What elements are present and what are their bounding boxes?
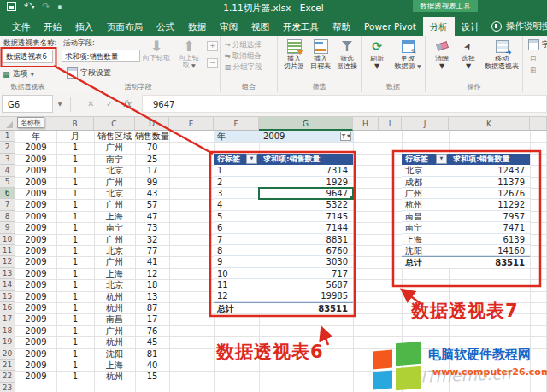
- cell[interactable]: 1: [56, 245, 94, 256]
- cell[interactable]: 上海: [94, 268, 135, 279]
- cell[interactable]: 广州: [94, 199, 135, 210]
- cell[interactable]: 73: [135, 222, 169, 233]
- cell[interactable]: 2009: [15, 325, 56, 336]
- pivot6-value[interactable]: 1929: [259, 177, 353, 188]
- pivot6-header-values[interactable]: 求和项:销售数量: [259, 154, 353, 165]
- cell[interactable]: 2009: [15, 245, 56, 256]
- filter-connections-button[interactable]: 筛选 器连接: [334, 38, 360, 70]
- site-url[interactable]: www.computer26.com: [432, 366, 547, 377]
- cell[interactable]: 1: [56, 302, 94, 313]
- pivot6-value[interactable]: 7144: [259, 222, 353, 233]
- pivot6-label[interactable]: 3: [214, 188, 259, 199]
- cell[interactable]: 2009: [15, 279, 56, 290]
- tab-开发工具[interactable]: 开发工具: [276, 17, 326, 36]
- customize-qat-icon[interactable]: ▪: [57, 3, 62, 10]
- cell[interactable]: 18: [135, 279, 169, 290]
- cell[interactable]: 77: [135, 245, 169, 256]
- row-header-9[interactable]: 9: [0, 222, 15, 233]
- cell[interactable]: 广州: [94, 142, 135, 153]
- cell[interactable]: 2009: [15, 336, 56, 348]
- pivot6-label[interactable]: 5: [214, 211, 259, 222]
- cell[interactable]: 2009: [15, 222, 56, 233]
- row-header-5[interactable]: 5: [0, 177, 15, 188]
- pivot6-label[interactable]: 4: [214, 199, 259, 210]
- cell[interactable]: 杭州: [94, 371, 135, 382]
- tab-视图[interactable]: 视图: [244, 17, 276, 36]
- pivot6-value[interactable]: 19985: [259, 290, 353, 301]
- cell[interactable]: 87: [135, 302, 169, 313]
- change-data-source-button[interactable]: 更改 数据源 ▼: [391, 38, 425, 70]
- cell[interactable]: 杭州: [94, 302, 135, 313]
- pivot6-value[interactable]: 5687: [259, 279, 353, 290]
- ungroup-button[interactable]: ⇆取消组合: [225, 51, 262, 61]
- pivot6-filter-field[interactable]: 年: [217, 131, 226, 142]
- row-header-7[interactable]: 7: [0, 199, 15, 210]
- cell-header-月[interactable]: 月: [56, 131, 94, 142]
- cell[interactable]: 1: [56, 188, 94, 199]
- pivot7-total-value[interactable]: 83511: [449, 256, 530, 267]
- pivot-name-input[interactable]: 数据透视表6: [3, 50, 53, 63]
- cell[interactable]: 43: [135, 188, 169, 199]
- collapse-field-button[interactable]: −: [207, 58, 218, 68]
- cell[interactable]: 上海: [94, 211, 135, 222]
- cell[interactable]: 2009: [15, 188, 56, 199]
- name-box-caret-icon[interactable]: ▼: [55, 95, 65, 113]
- name-box[interactable]: G6: [2, 95, 53, 113]
- column-header-H[interactable]: H: [353, 117, 379, 131]
- cell[interactable]: 上海: [94, 360, 135, 371]
- pivot6-header-rowlabels[interactable]: 行标签▼: [214, 154, 259, 165]
- pivot7-value[interactable]: 7471: [449, 222, 530, 233]
- row-header-23[interactable]: 23: [0, 383, 15, 392]
- cancel-icon[interactable]: ✕: [87, 95, 94, 113]
- pivot6-total-label[interactable]: 总计: [214, 302, 259, 313]
- column-header-C[interactable]: C: [94, 117, 135, 131]
- row-header-16[interactable]: 16: [0, 302, 15, 313]
- pivot6-label[interactable]: 10: [214, 268, 259, 279]
- cell[interactable]: 12: [135, 268, 169, 279]
- row-header-6[interactable]: 6: [0, 188, 15, 199]
- field-settings-button[interactable]: 字段设置: [67, 67, 111, 79]
- pivot7-value[interactable]: 12437: [449, 165, 530, 176]
- pivot7-label[interactable]: 沈阳: [402, 245, 449, 256]
- cell[interactable]: 1: [56, 177, 94, 188]
- cell[interactable]: 15: [135, 371, 169, 382]
- pivot6-filter-dropdown[interactable]: ▼: [340, 132, 351, 141]
- select-button[interactable]: ➤ 选择 ▼: [456, 38, 481, 70]
- row-header-4[interactable]: 4: [0, 165, 15, 176]
- redo-icon[interactable]: ↷: [42, 3, 50, 11]
- group-field-button[interactable]: ▥分组字段: [225, 62, 262, 73]
- cell[interactable]: 2009: [15, 165, 56, 176]
- cell[interactable]: 北京: [94, 188, 135, 199]
- cell[interactable]: 1: [56, 256, 94, 267]
- cell[interactable]: 1: [56, 199, 94, 210]
- row-header-15[interactable]: 15: [0, 291, 15, 302]
- row-header-11[interactable]: 11: [0, 245, 15, 256]
- pivot6-value[interactable]: 7145: [259, 211, 353, 222]
- row-header-3[interactable]: 3: [0, 154, 15, 165]
- tell-me-search[interactable]: 操作说明搜索: [491, 17, 547, 36]
- cell[interactable]: 1: [56, 325, 94, 336]
- cell[interactable]: 81: [135, 348, 169, 360]
- drill-down-button[interactable]: ⬇ 向下钻取: [140, 38, 173, 62]
- drill-up-button[interactable]: ⬆ 向上钻 取 ▼: [174, 38, 203, 69]
- group-selection-button[interactable]: →分组选择: [225, 40, 262, 50]
- cell[interactable]: 70: [135, 142, 169, 153]
- cell[interactable]: 25: [135, 154, 169, 165]
- cell[interactable]: 2009: [15, 234, 56, 245]
- options-button[interactable]: ▦ 选项 ▼: [3, 68, 34, 79]
- pivot6-label[interactable]: 2: [214, 177, 259, 188]
- tab-分析[interactable]: 分析: [423, 17, 455, 36]
- refresh-button[interactable]: ⟳ 刷新 ▼: [363, 38, 391, 70]
- pivot7-value[interactable]: 12676: [449, 188, 530, 199]
- pivot7-total-label[interactable]: 总计: [402, 256, 449, 267]
- pivot6-label[interactable]: 9: [214, 256, 259, 267]
- cell[interactable]: 1: [56, 142, 94, 153]
- undo-icon[interactable]: ↶▾: [24, 2, 34, 11]
- pivot7-label[interactable]: 南昌: [402, 211, 449, 222]
- column-header-B[interactable]: B: [56, 117, 94, 131]
- cell[interactable]: 南昌: [94, 313, 135, 325]
- cell[interactable]: 杭州: [94, 291, 135, 302]
- column-header-G[interactable]: G: [259, 117, 353, 131]
- cell[interactable]: 1: [56, 348, 94, 360]
- selected-cell-G6[interactable]: [258, 187, 354, 200]
